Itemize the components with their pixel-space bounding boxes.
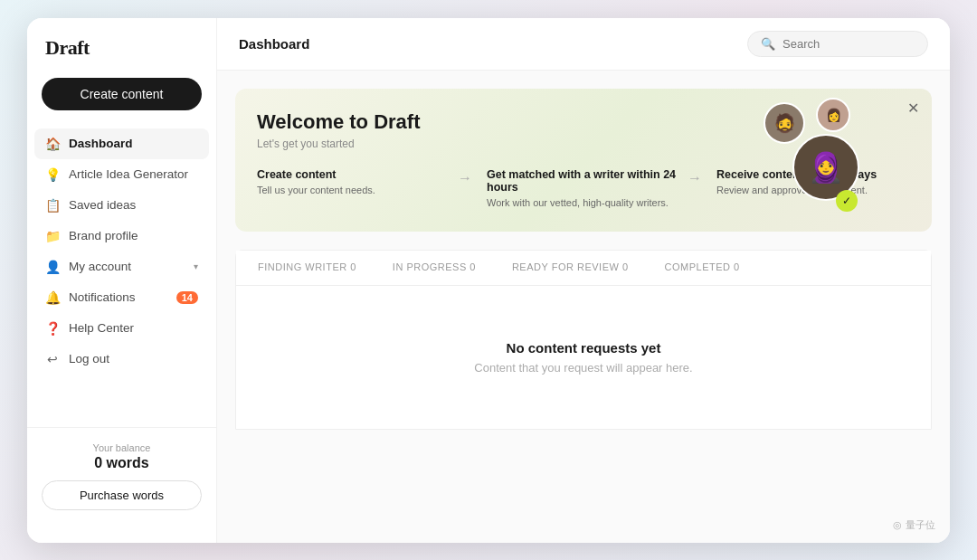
arrow-icon-1: →: [458, 170, 472, 186]
sidebar-item-notifications[interactable]: 🔔 Notifications 14: [27, 282, 216, 313]
avatar-2: 👩: [816, 98, 850, 132]
notifications-badge: 14: [176, 291, 198, 304]
sidebar-item-dashboard[interactable]: 🏠 Dashboard: [34, 128, 209, 159]
sidebar: Draft Create content 🏠 Dashboard 💡 Artic…: [27, 18, 217, 543]
app-window: Draft Create content 🏠 Dashboard 💡 Artic…: [27, 18, 950, 543]
status-section: FINDING WRITER 0 IN PROGRESS 0 READY FOR…: [235, 250, 932, 430]
tab-completed-label: COMPLETED 0: [665, 261, 740, 272]
search-bar: 🔍: [747, 31, 928, 57]
main-content: Dashboard 🔍 ✕ Welcome to Draft Let's get…: [217, 18, 950, 543]
folder-icon: 📁: [45, 229, 60, 243]
tab-finding-writer[interactable]: FINDING WRITER 0: [240, 251, 375, 285]
create-content-button[interactable]: Create content: [42, 78, 202, 110]
step-2: Get matched with a writer within 24 hour…: [487, 168, 680, 210]
purchase-words-button[interactable]: Purchase words: [42, 480, 202, 510]
app-logo: Draft: [27, 36, 216, 78]
page-title: Dashboard: [239, 36, 309, 52]
user-icon: 👤: [45, 260, 60, 274]
sidebar-item-label: Saved ideas: [69, 198, 136, 212]
chevron-down-icon: ▾: [194, 261, 198, 271]
tab-in-progress-label: IN PROGRESS 0: [393, 261, 476, 272]
sidebar-item-label: Help Center: [69, 321, 134, 335]
sidebar-item-label: My account: [69, 260, 131, 273]
avatar-1: 🧔: [764, 102, 805, 144]
empty-desc: Content that you request will appear her…: [474, 361, 692, 375]
welcome-banner: ✕ Welcome to Draft Let's get you started…: [235, 89, 932, 232]
content-area: ✕ Welcome to Draft Let's get you started…: [217, 71, 950, 543]
search-input[interactable]: [783, 37, 915, 51]
home-icon: 🏠: [45, 137, 60, 151]
sidebar-item-label: Article Idea Generator: [69, 167, 188, 181]
balance-label: Your balance: [42, 442, 202, 453]
tab-in-progress[interactable]: IN PROGRESS 0: [375, 251, 494, 285]
balance-amount: 0 words: [42, 455, 202, 471]
sidebar-item-my-account[interactable]: 👤 My account ▾: [27, 252, 216, 282]
sidebar-item-help-center[interactable]: ❓ Help Center: [27, 313, 216, 344]
status-tabs: FINDING WRITER 0 IN PROGRESS 0 READY FOR…: [236, 251, 931, 286]
sidebar-item-label: Brand profile: [69, 229, 138, 242]
search-icon: 🔍: [761, 37, 775, 51]
bell-icon: 🔔: [45, 290, 60, 305]
step-1-desc: Tell us your content needs.: [257, 184, 451, 197]
tab-finding-writer-label: FINDING WRITER 0: [258, 261, 356, 272]
close-banner-button[interactable]: ✕: [907, 100, 919, 117]
empty-title: No content requests yet: [507, 340, 661, 356]
sidebar-item-article-idea[interactable]: 💡 Article Idea Generator: [27, 159, 216, 190]
sidebar-item-brand-profile[interactable]: 📁 Brand profile: [27, 221, 216, 252]
arrow-icon-2: →: [688, 170, 702, 186]
sidebar-item-label: Dashboard: [69, 137, 133, 150]
empty-state: No content requests yet Content that you…: [236, 286, 931, 429]
step-2-title: Get matched with a writer within 24 hour…: [487, 168, 680, 194]
avatar-decorations: 🧔 👩 🧕 ✓: [733, 98, 877, 215]
sidebar-item-logout[interactable]: ↩ Log out: [27, 344, 216, 375]
help-icon: ❓: [45, 321, 60, 336]
watermark-icon: ◎: [893, 519, 902, 531]
sidebar-item-saved-ideas[interactable]: 📋 Saved ideas: [27, 190, 216, 221]
tab-ready-for-review[interactable]: READY FOR REVIEW 0: [494, 251, 647, 285]
bulb-icon: 💡: [45, 167, 60, 182]
watermark-text: 量子位: [906, 518, 935, 532]
topbar: Dashboard 🔍: [217, 18, 950, 71]
logout-icon: ↩: [45, 352, 60, 366]
bookmark-icon: 📋: [45, 198, 60, 213]
sidebar-balance-section: Your balance 0 words Purchase words: [27, 427, 216, 525]
step-2-desc: Work with our vetted, high-quality write…: [487, 196, 680, 210]
watermark: ◎ 量子位: [893, 518, 935, 532]
step-1: Create content Tell us your content need…: [257, 168, 451, 197]
sidebar-item-label: Log out: [69, 352, 109, 365]
checkmark-badge: ✓: [836, 190, 858, 212]
sidebar-item-label: Notifications: [69, 290, 136, 304]
step-1-title: Create content: [257, 168, 451, 181]
tab-ready-for-review-label: READY FOR REVIEW 0: [512, 261, 629, 272]
tab-completed[interactable]: COMPLETED 0: [647, 251, 758, 285]
sidebar-nav: 🏠 Dashboard 💡 Article Idea Generator 📋 S…: [27, 128, 216, 427]
